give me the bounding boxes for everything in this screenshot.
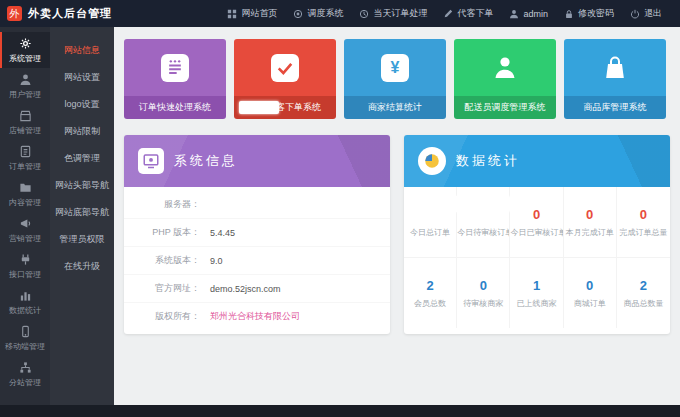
topnav-label: 网站首页 — [241, 7, 277, 20]
sidebar-item-content[interactable]: 内容管理 — [0, 176, 50, 212]
stat-total-members: 2会员总数 — [404, 258, 457, 328]
lock-icon — [564, 9, 574, 19]
topnav-logout[interactable]: 退出 — [622, 7, 670, 20]
sidebar-label: 数据统计 — [9, 305, 41, 316]
info-row-copyright: 版权所有： 郑州光合科技有限公司 — [124, 303, 390, 330]
submenu-footer-nav[interactable]: 网站底部导航 — [50, 199, 114, 226]
sidebar-label: 内容管理 — [9, 197, 41, 208]
topnav-change-password[interactable]: 修改密码 — [556, 7, 622, 20]
data-statistics-panel: 数据统计 今日总订单 今日待审核订单 0今日已审核订单 0本月完成订单 0完成订… — [404, 135, 670, 334]
submenu-site-info[interactable]: 网站信息 — [50, 37, 114, 64]
sidebar-item-mobile[interactable]: 移动端管理 — [0, 320, 50, 356]
topnav-label: 当天订单处理 — [373, 7, 427, 20]
footer-bar — [0, 405, 680, 417]
pie-chart-icon — [418, 147, 446, 175]
folder-icon — [19, 181, 32, 194]
sidebar-item-users[interactable]: 用户管理 — [0, 68, 50, 104]
sidebar-label: 系统管理 — [9, 53, 41, 64]
app-title: 外卖人后台管理 — [28, 6, 112, 21]
submenu-online-upgrade[interactable]: 在线升级 — [50, 253, 114, 280]
plug-icon — [19, 253, 32, 266]
list-icon — [19, 145, 32, 158]
topnav-label: 代客下单 — [457, 7, 493, 20]
shopping-bag-icon — [601, 54, 629, 82]
topnav-today-orders[interactable]: 当天订单处理 — [351, 7, 435, 20]
stat-pending-merchants: 0待审核商家 — [457, 258, 510, 328]
tile-label: 配送员调度管理系统 — [465, 101, 546, 114]
notepad-icon — [161, 54, 189, 82]
stat-mall-orders: 0商城订单 — [564, 258, 617, 328]
tile-merchant-settlement[interactable]: ¥ 商家结算统计 — [344, 39, 446, 119]
sidebar-item-system[interactable]: 系统管理 — [0, 32, 50, 68]
sidebar-item-orders[interactable]: 订单管理 — [0, 140, 50, 176]
logo-icon: 外 — [7, 6, 22, 21]
store-icon — [19, 109, 32, 122]
sitemap-icon — [19, 361, 32, 374]
system-info-body: 服务器： PHP 版本： 5.4.45 系统版本： 9.0 官方网址： demo… — [124, 187, 390, 334]
topbar: 外 外卖人后台管理 网站首页 调度系统 当天订单处理 代客下单 admi — [0, 0, 680, 27]
system-info-panel: 系统信息 服务器： PHP 版本： 5.4.45 系统版本： 9.0 — [124, 135, 390, 334]
info-value: 郑州光合科技有限公司 — [210, 310, 300, 323]
stat-month-completed-orders: 0本月完成订单 — [564, 187, 617, 258]
primary-sidebar: 系统管理 用户管理 店铺管理 订单管理 内容管理 营销管理 接口管理 数据统计 — [0, 27, 50, 417]
topnav-admin-account[interactable]: admin — [501, 9, 556, 19]
sidebar-item-api[interactable]: 接口管理 — [0, 248, 50, 284]
tile-product-library[interactable]: 商品库管理系统 — [564, 39, 666, 119]
sidebar-item-statistics[interactable]: 数据统计 — [0, 284, 50, 320]
clock-icon — [359, 9, 369, 19]
shortcut-tiles: 订单快速处理系统 商家代客下单系统 ¥ 商家结算统计 — [124, 39, 670, 119]
submenu-header-nav[interactable]: 网站头部导航 — [50, 172, 114, 199]
sidebar-label: 店铺管理 — [9, 125, 41, 136]
topnav-label: 修改密码 — [578, 7, 614, 20]
submenu-color-management[interactable]: 色调管理 — [50, 145, 114, 172]
app-logo[interactable]: 外 外卖人后台管理 — [0, 6, 112, 21]
courier-person-icon — [491, 54, 519, 82]
tile-order-quick-processing[interactable]: 订单快速处理系统 — [124, 39, 226, 119]
info-value: 5.4.45 — [210, 228, 235, 238]
tile-label: 订单快速处理系统 — [139, 101, 211, 114]
sidebar-item-substations[interactable]: 分站管理 — [0, 356, 50, 392]
censor-patch — [408, 196, 510, 212]
submenu-admin-permissions[interactable]: 管理员权限 — [50, 226, 114, 253]
secondary-sidebar: 网站信息 网站设置 logo设置 网站限制 色调管理 网站头部导航 网站底部导航… — [50, 27, 114, 417]
info-value: 9.0 — [210, 256, 223, 266]
main-content: 订单快速处理系统 商家代客下单系统 ¥ 商家结算统计 — [114, 27, 680, 405]
power-icon — [630, 9, 640, 19]
system-gear-icon — [138, 148, 164, 174]
info-label: 系统版本： — [124, 254, 200, 267]
grid-icon — [227, 9, 237, 19]
stat-online-merchants: 1已上线商家 — [510, 258, 563, 328]
sidebar-label: 用户管理 — [9, 89, 41, 100]
submenu-site-limits[interactable]: 网站限制 — [50, 118, 114, 145]
topnav-label: 调度系统 — [307, 7, 343, 20]
stat-total-completed-orders: 0完成订单总量 — [617, 187, 670, 258]
tile-courier-dispatch[interactable]: 配送员调度管理系统 — [454, 39, 556, 119]
megaphone-icon — [19, 217, 32, 230]
topnav-proxy-order[interactable]: 代客下单 — [435, 7, 501, 20]
censor-patch — [202, 194, 320, 207]
info-label: 服务器： — [124, 198, 200, 211]
target-icon — [293, 9, 303, 19]
tile-label: 商家结算统计 — [368, 101, 422, 114]
topnav-label: admin — [523, 9, 548, 19]
topnav-site-home[interactable]: 网站首页 — [219, 7, 285, 20]
sidebar-label: 营销管理 — [9, 233, 41, 244]
submenu-logo-settings[interactable]: logo设置 — [50, 91, 114, 118]
sidebar-item-shops[interactable]: 店铺管理 — [0, 104, 50, 140]
sidebar-label: 接口管理 — [9, 269, 41, 280]
user-icon — [509, 9, 519, 19]
user-icon — [19, 73, 32, 86]
topnav-dispatch-system[interactable]: 调度系统 — [285, 7, 351, 20]
pencil-icon — [443, 9, 453, 19]
panel-title: 系统信息 — [174, 152, 238, 170]
info-value: demo.52jscn.com — [210, 284, 281, 294]
sidebar-label: 移动端管理 — [5, 341, 45, 352]
info-label: PHP 版本： — [124, 226, 200, 239]
mobile-icon — [19, 325, 32, 338]
panel-title: 数据统计 — [456, 152, 520, 170]
sidebar-item-marketing[interactable]: 营销管理 — [0, 212, 50, 248]
info-label: 官方网址： — [124, 282, 200, 295]
sidebar-label: 订单管理 — [9, 161, 41, 172]
submenu-site-settings[interactable]: 网站设置 — [50, 64, 114, 91]
app-window: 外 外卖人后台管理 网站首页 调度系统 当天订单处理 代客下单 admi — [0, 0, 680, 417]
